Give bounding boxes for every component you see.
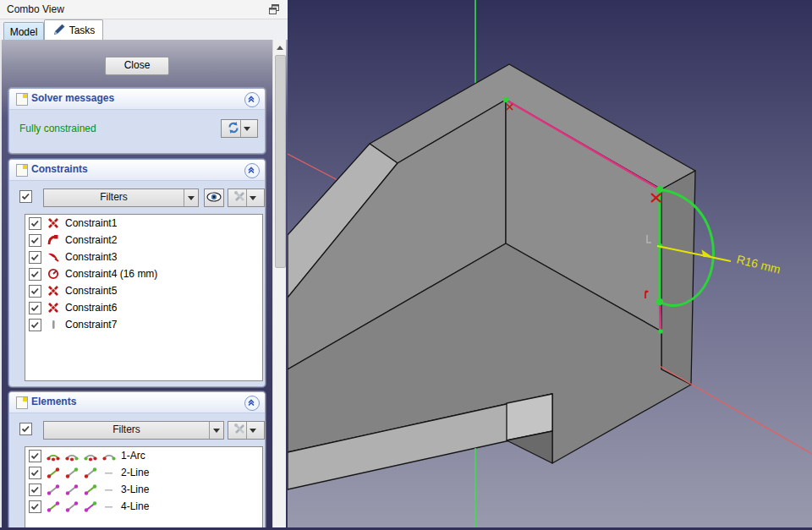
sketch-point <box>658 329 663 334</box>
element-label: 2-Line <box>121 467 149 478</box>
element-geometry-icon <box>84 501 97 512</box>
eye-icon <box>206 192 222 205</box>
solver-status-text: Fully constrained <box>19 123 96 134</box>
settings-icon <box>233 423 246 438</box>
dropdown-arrow-icon[interactable] <box>246 422 259 439</box>
constraint-row[interactable]: Constraint7 <box>25 316 262 333</box>
coincident-icon <box>47 285 60 297</box>
constraint-label: Constraint7 <box>65 319 117 331</box>
tab-model[interactable]: Model <box>3 22 44 41</box>
show-hide-internal-geometry-button[interactable] <box>204 189 224 207</box>
scrollbar-thumb[interactable] <box>275 55 286 268</box>
checkbox[interactable] <box>29 467 41 479</box>
section-constraints: Constraints Filters <box>8 159 266 387</box>
element-geometry-icon <box>47 501 60 512</box>
element-geometry-icon <box>47 467 60 478</box>
element-geometry-icon <box>47 484 60 495</box>
panel-title: Combo View <box>7 3 64 15</box>
element-row[interactable]: 2-Line <box>25 464 262 481</box>
element-geometry-icon <box>102 484 116 495</box>
element-row[interactable]: 1-Arc <box>25 447 262 464</box>
coincident-icon <box>47 302 60 314</box>
constraint-label: Constraint4 (16 mm) <box>65 268 157 280</box>
element-row[interactable]: 3-Line <box>25 481 262 498</box>
checkbox[interactable] <box>29 268 41 281</box>
section-title: Solver messages <box>31 92 114 104</box>
refresh-button[interactable] <box>221 119 258 138</box>
constraints-filter-dropdown[interactable]: Filters <box>43 189 199 207</box>
element-geometry-icon <box>102 451 116 462</box>
task-panel-scrollbar[interactable] <box>272 40 286 527</box>
task-panel: Close Solver messages Fully constrained <box>0 40 289 530</box>
element-row[interactable]: 4-Line <box>25 498 262 515</box>
element-label: 1-Arc <box>121 450 145 462</box>
settings-button[interactable] <box>228 421 265 440</box>
checkbox[interactable] <box>29 319 41 331</box>
dropdown-arrow-icon[interactable] <box>246 189 259 206</box>
element-geometry-icon <box>65 484 79 495</box>
collapse-icon[interactable] <box>244 396 260 411</box>
combo-view-panel: Combo View Model <box>0 0 288 530</box>
3d-viewport[interactable]: R16 mm <box>288 0 812 530</box>
float-window-icon[interactable] <box>269 4 279 14</box>
element-geometry-icon <box>65 467 79 478</box>
element-geometry-icon <box>102 467 116 478</box>
note-icon <box>16 93 28 106</box>
constraints-list: Constraint1Constraint2Constraint3Constra… <box>25 214 263 381</box>
element-geometry-icon <box>65 501 79 512</box>
show-all-checkbox[interactable] <box>19 423 32 435</box>
constraint-label: Constraint3 <box>65 251 117 263</box>
collapse-icon[interactable] <box>244 92 260 107</box>
element-geometry-icon <box>84 467 97 478</box>
constraint-row[interactable]: Constraint6 <box>25 299 262 316</box>
constraint-row[interactable]: Constraint3 <box>25 249 262 265</box>
refresh-icon <box>227 121 240 137</box>
section-title: Constraints <box>31 163 88 175</box>
constraint-row[interactable]: Constraint2 <box>25 232 262 249</box>
up-arrow-icon[interactable] <box>273 41 286 53</box>
checkbox[interactable] <box>29 500 41 513</box>
checkbox[interactable] <box>29 302 41 314</box>
elements-filter-dropdown[interactable]: Filters <box>43 421 224 440</box>
show-all-checkbox[interactable] <box>19 190 32 203</box>
element-label: 3-Line <box>121 484 149 495</box>
radius-icon <box>47 268 60 280</box>
section-title: Elements <box>31 396 76 407</box>
checkbox[interactable] <box>29 234 41 247</box>
sketch-point <box>656 298 663 305</box>
settings-button[interactable] <box>228 189 265 207</box>
constraint-label: Constraint1 <box>65 217 117 229</box>
constraint-row[interactable]: Constraint1 <box>25 215 262 232</box>
element-geometry-icon <box>65 451 79 462</box>
pointonobject-icon <box>47 234 60 246</box>
collapse-icon[interactable] <box>244 163 260 178</box>
elements-list: 1-Arc2-Line3-Line4-Line <box>25 446 263 530</box>
combo-view-titlebar: Combo View <box>0 0 288 19</box>
constraint-row[interactable]: Constraint5 <box>25 282 262 299</box>
element-label: 4-Line <box>121 500 149 512</box>
close-button[interactable]: Close <box>105 57 169 75</box>
chevron-down-icon <box>184 189 198 206</box>
note-icon <box>16 164 28 177</box>
checkbox[interactable] <box>29 450 41 462</box>
checkbox[interactable] <box>29 285 41 298</box>
settings-icon <box>233 190 246 205</box>
note-icon <box>16 396 28 409</box>
section-elements: Elements Filters <box>8 391 266 530</box>
checkbox[interactable] <box>29 217 41 230</box>
checkbox[interactable] <box>29 251 41 264</box>
element-geometry-icon <box>47 451 60 462</box>
tab-tasks[interactable]: Tasks <box>44 19 103 41</box>
element-geometry-icon <box>102 501 116 512</box>
dropdown-arrow-icon[interactable] <box>240 120 253 137</box>
sketch-point <box>503 97 508 102</box>
vertical-icon <box>47 319 60 331</box>
sketch-point <box>656 186 663 193</box>
element-geometry-icon <box>84 451 97 462</box>
constraint-label: Constraint2 <box>65 234 117 246</box>
checkbox[interactable] <box>29 484 41 496</box>
section-solver-messages: Solver messages Fully constrained <box>8 88 266 154</box>
constraint-label: Constraint5 <box>65 285 117 297</box>
constraint-row[interactable]: Constraint4 (16 mm) <box>25 265 262 282</box>
pencil-icon <box>52 24 65 38</box>
